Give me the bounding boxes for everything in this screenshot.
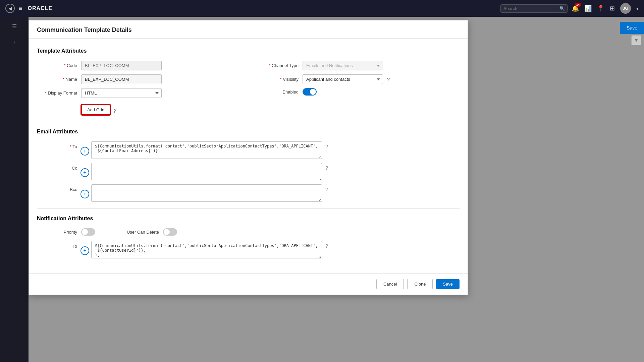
top-nav: ◀ ≡ ORACLE 🔍 🔔 14 📊 📍 ⊞ JG ▾ (0, 0, 644, 17)
nav-icons: 🔔 14 📊 📍 ⊞ JG ▾ (572, 3, 639, 14)
notification-badge: 14 (575, 3, 581, 7)
section-divider-1 (37, 122, 460, 122)
visibility-label: Visibility (258, 77, 299, 82)
email-bcc-label: Bcc (37, 184, 77, 192)
user-dropdown-icon[interactable]: ▾ (636, 6, 639, 11)
notification-to-input-group: + ${CommunicationUtils.format('contact',… (80, 241, 322, 258)
user-avatar[interactable]: JG (620, 3, 631, 14)
code-row: Code (37, 61, 238, 70)
oracle-logo: ORACLE (28, 5, 53, 11)
email-to-help-icon[interactable]: ? (325, 143, 328, 149)
channel-type-select[interactable]: Emails and Notifications (303, 61, 383, 70)
channel-type-row: Channel Type Emails and Notifications (258, 61, 460, 70)
map-icon: 📍 (597, 5, 604, 12)
notification-to-add-button[interactable]: + (80, 246, 89, 255)
template-attributes-heading: Template Attributes (37, 48, 460, 54)
chart-icon: 📊 (584, 5, 592, 12)
notification-attributes-heading: Notification Attributes (37, 216, 460, 222)
grid-button[interactable]: ⊞ (610, 5, 615, 12)
search-icon: 🔍 (559, 6, 565, 11)
display-format-row: Display Format HTML Text PDF (37, 88, 238, 98)
notifications-button[interactable]: 🔔 14 (572, 5, 579, 12)
modal-footer: Cancel Clone Save (29, 273, 468, 295)
display-format-select[interactable]: HTML Text PDF (81, 88, 162, 98)
modal-header: Communication Template Details (29, 20, 468, 39)
email-cc-textarea[interactable] (91, 163, 322, 180)
add-grid-wrapper: Add Grid ? (81, 105, 460, 115)
menu-icon[interactable]: ≡ (19, 5, 22, 12)
notification-options-row: Priority User Can Delete (37, 228, 460, 236)
email-to-add-button[interactable]: + (80, 147, 89, 156)
visibility-select[interactable]: Applicant and contacts Internal All (303, 74, 383, 84)
user-can-delete-toggle[interactable] (163, 228, 177, 236)
email-bcc-row: Bcc + ? (37, 184, 460, 202)
add-grid-button[interactable]: Add Grid (81, 105, 110, 115)
grid-icon: ⊞ (610, 5, 615, 12)
email-bcc-textarea[interactable] (91, 184, 322, 202)
email-bcc-add-button[interactable]: + (80, 190, 89, 198)
notification-to-row: To + ${CommunicationUtils.format('contac… (37, 241, 460, 258)
email-cc-help-icon[interactable]: ? (325, 165, 328, 171)
user-can-delete-toggle-knob (164, 229, 170, 235)
template-attributes-grid: Code Name Display Format HTML Text (37, 61, 460, 102)
enabled-label: Enabled (258, 89, 299, 95)
notification-to-help-icon[interactable]: ? (325, 243, 328, 249)
notification-to-textarea[interactable]: ${CommunicationUtils.format('contact','p… (91, 241, 322, 258)
back-button[interactable]: ◀ (5, 4, 15, 13)
display-format-label: Display Format (37, 90, 77, 96)
priority-label: Priority (37, 230, 77, 235)
name-row: Name (37, 74, 238, 84)
email-cc-label: Cc (37, 163, 77, 171)
email-cc-input-group: + (80, 163, 322, 180)
modal-title: Communication Template Details (37, 26, 132, 34)
name-input[interactable] (81, 74, 162, 84)
clone-button[interactable]: Clone (407, 279, 433, 289)
channel-type-label: Channel Type (258, 63, 299, 68)
email-cc-row: Cc + ? (37, 163, 460, 180)
back-icon: ◀ (8, 6, 12, 11)
email-cc-add-button[interactable]: + (80, 168, 89, 177)
cancel-button[interactable]: Cancel (376, 279, 404, 289)
email-attributes-heading: Email Attributes (37, 129, 460, 135)
modal-dialog: Communication Template Details Template … (29, 20, 468, 295)
email-to-label: To (37, 141, 77, 149)
modal-body: Template Attributes Code Name (29, 39, 468, 273)
add-grid-help-icon[interactable]: ? (113, 108, 116, 114)
email-to-textarea[interactable]: ${CommunicationUtils.format('contact','p… (91, 141, 322, 159)
right-form-col: Channel Type Emails and Notifications Vi… (258, 61, 460, 102)
notification-to-label: To (37, 241, 77, 249)
name-label: Name (37, 77, 77, 82)
email-bcc-help-icon[interactable]: ? (325, 186, 328, 192)
left-form-col: Code Name Display Format HTML Text (37, 61, 238, 102)
email-to-row: To + ${CommunicationUtils.format('contac… (37, 141, 460, 159)
save-button[interactable]: Save (436, 279, 460, 289)
priority-toggle[interactable] (81, 228, 95, 236)
section-divider-2 (37, 208, 460, 209)
user-can-delete-row: User Can Delete (115, 228, 177, 236)
email-to-input-group: + ${CommunicationUtils.format('contact',… (80, 141, 322, 159)
email-bcc-input-group: + (80, 184, 322, 202)
visibility-row: Visibility Applicant and contacts Intern… (258, 74, 460, 84)
search-input[interactable] (500, 4, 568, 13)
toggle-knob (310, 89, 316, 95)
user-can-delete-label: User Can Delete (115, 230, 159, 235)
enabled-row: Enabled (258, 88, 460, 96)
visibility-help-icon[interactable]: ? (387, 76, 390, 82)
code-input[interactable] (81, 61, 162, 70)
chart-button[interactable]: 📊 (584, 5, 592, 12)
modal-overlay: Communication Template Details Template … (29, 20, 644, 362)
map-button[interactable]: 📍 (597, 5, 604, 12)
priority-toggle-knob (82, 229, 88, 235)
enabled-toggle[interactable] (303, 88, 317, 96)
priority-row: Priority (37, 228, 95, 236)
code-label: Code (37, 63, 77, 68)
